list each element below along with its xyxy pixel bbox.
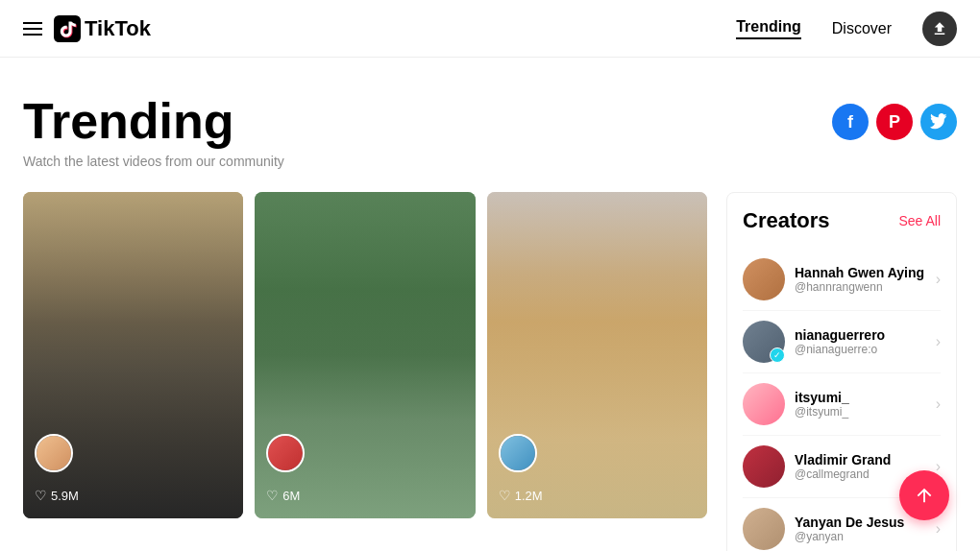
creator-item-1[interactable]: Hannah Gwen Aying @hannrangwenn ›: [743, 249, 941, 311]
tiktok-logo-icon: [54, 15, 81, 42]
heart-icon-2: ♡: [266, 488, 279, 503]
creator-handle-5: @yanyan: [795, 530, 926, 543]
hamburger-menu[interactable]: [23, 22, 42, 36]
twitter-share-button[interactable]: [920, 104, 957, 140]
creators-header: Creators See All: [743, 208, 941, 233]
page-title: Trending: [23, 96, 284, 146]
creator-item-2[interactable]: ✓ nianaguerrero @nianaguerre:o ›: [743, 311, 941, 373]
trending-title-block: Trending Watch the latest videos from ou…: [23, 96, 284, 169]
chevron-icon-3: ›: [936, 395, 941, 413]
upload-icon: [931, 20, 948, 37]
creator-avatar-3: [743, 383, 785, 425]
header-right: Trending Discover: [736, 12, 957, 46]
content-area: ♡ 5.9M ♡ 6M: [23, 192, 957, 551]
heart-icon-1: ♡: [35, 488, 47, 503]
creator-name-5: Yanyan De Jesus: [795, 515, 926, 530]
video-card-3[interactable]: ♡ 1.2M: [487, 192, 707, 518]
logo-text: TikTok: [85, 16, 151, 41]
creator-name-1: Hannah Gwen Aying: [795, 265, 926, 280]
chevron-icon-2: ›: [936, 333, 941, 350]
nav-trending[interactable]: Trending: [736, 18, 801, 39]
arrow-up-icon: [914, 485, 935, 506]
facebook-share-button[interactable]: f: [832, 104, 869, 140]
verified-badge-2: ✓: [770, 347, 785, 363]
chevron-icon-5: ›: [936, 520, 941, 538]
social-share-icons: f P: [832, 104, 957, 140]
creator-name-4: Vladimir Grand: [795, 452, 926, 467]
video-avatar-3: [499, 434, 537, 472]
creator-handle-1: @hannrangwenn: [795, 280, 926, 294]
likes-count-1: 5.9M: [51, 489, 79, 503]
video-likes-3: ♡ 1.2M: [499, 488, 543, 503]
heart-icon-3: ♡: [499, 488, 511, 503]
facebook-icon: f: [847, 112, 853, 132]
creator-avatar-1: [743, 258, 785, 300]
likes-count-3: 1.2M: [515, 489, 543, 503]
creator-info-2: nianaguerrero @nianaguerre:o: [795, 327, 926, 356]
creator-avatar-5: [743, 508, 785, 550]
header: TikTok Trending Discover: [0, 0, 980, 58]
creator-info-3: itsyumi_ @itsyumi_: [795, 390, 926, 419]
pinterest-share-button[interactable]: P: [876, 104, 913, 140]
scroll-to-top-fab[interactable]: [899, 470, 949, 520]
likes-count-2: 6M: [282, 489, 300, 503]
video-likes-2: ♡ 6M: [266, 488, 300, 503]
video-likes-1: ♡ 5.9M: [35, 488, 79, 503]
video-card-1[interactable]: ♡ 5.9M: [23, 192, 243, 518]
video-avatar-1: [35, 434, 73, 472]
logo[interactable]: TikTok: [54, 15, 151, 42]
see-all-link[interactable]: See All: [898, 213, 941, 228]
creator-handle-3: @itsyumi_: [795, 405, 926, 419]
creators-title: Creators: [743, 208, 829, 233]
nav-discover[interactable]: Discover: [832, 20, 892, 37]
video-card-2[interactable]: ♡ 6M: [255, 192, 475, 518]
creator-name-3: itsyumi_: [795, 390, 926, 405]
twitter-bird-icon: [930, 113, 947, 131]
main-content: Trending Watch the latest videos from ou…: [0, 58, 980, 551]
page-subtitle: Watch the latest videos from our communi…: [23, 154, 284, 169]
video-grid: ♡ 5.9M ♡ 6M: [23, 192, 707, 551]
creator-info-5: Yanyan De Jesus @yanyan: [795, 515, 926, 543]
pinterest-icon: P: [889, 112, 900, 132]
creator-avatar-2: ✓: [743, 321, 785, 363]
creator-item-3[interactable]: itsyumi_ @itsyumi_ ›: [743, 373, 941, 436]
creator-avatar-4: [743, 445, 785, 488]
creator-info-1: Hannah Gwen Aying @hannrangwenn: [795, 265, 926, 294]
upload-button[interactable]: [922, 12, 957, 46]
chevron-icon-1: ›: [936, 271, 941, 288]
creator-name-2: nianaguerrero: [795, 327, 926, 343]
trending-header: Trending Watch the latest videos from ou…: [23, 96, 957, 169]
creator-handle-2: @nianaguerre:o: [795, 343, 926, 356]
header-left: TikTok: [23, 15, 151, 42]
